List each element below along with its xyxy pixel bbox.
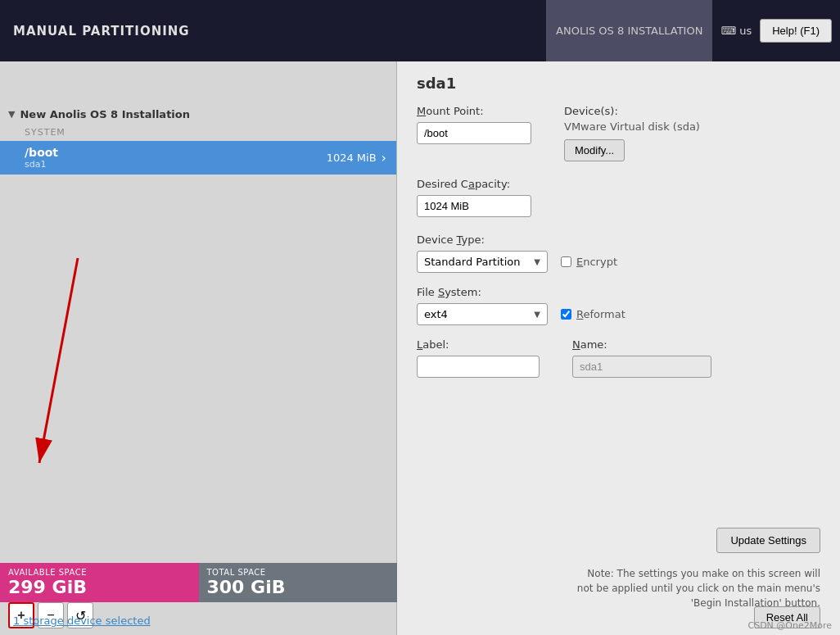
filesystem-label: File System: [417,286,820,298]
page-title: MANUAL PARTITIONING [13,24,190,39]
label-input[interactable] [417,356,540,378]
device-type-row: Standard Partition ▼ Encrypt [417,251,820,273]
reformat-group: Reformat [561,308,625,320]
reformat-checkbox[interactable] [561,309,571,320]
device-type-label: Device Type: [417,234,820,246]
name-group: Name: [572,338,711,378]
modify-button[interactable]: Modify... [564,139,625,161]
label-name-section: Label: Name: [417,338,820,378]
space-info: AVAILABLE SPACE 299 GiB TOTAL SPACE 300 … [0,563,397,602]
total-space-label: TOTAL SPACE [207,568,390,577]
dropdown-arrow-icon: ▼ [534,257,540,266]
total-space-badge: TOTAL SPACE 300 GiB [199,563,398,602]
device-type-dropdown[interactable]: Standard Partition ▼ [417,251,548,273]
watermark: CSDN @One2More [747,620,832,631]
right-panel: sda1 Mount Point: Device(s): VMware Virt… [397,61,840,635]
devices-section: Device(s): VMware Virtual disk (sda) Mod… [564,105,820,161]
update-settings-button[interactable]: Update Settings [716,528,820,553]
label-field-label: Label: [417,338,540,351]
encrypt-group: Encrypt [561,256,617,268]
capacity-label: Desired Capacity: [417,178,820,190]
encrypt-label: Encrypt [576,256,617,268]
filesystem-section: File System: ext4 ▼ Reformat [417,286,820,325]
tree-arrow-icon: ▼ [8,109,15,120]
top-bar-right: ANOLIS OS 8 INSTALLATION ⌨ us Help! (F1) [546,0,840,61]
devices-value: VMware Virtual disk (sda) [564,120,820,133]
main-content: ▼ New Anolis OS 8 Installation SYSTEM /b… [0,61,840,635]
system-label: SYSTEM [0,124,396,141]
help-button[interactable]: Help! (F1) [760,19,832,43]
mount-point-group: Mount Point: [417,105,531,161]
mount-point-field-label: Mount Point: [417,105,531,117]
available-space-label: AVAILABLE SPACE [8,568,191,577]
encrypt-checkbox[interactable] [561,256,571,267]
left-panel: ▼ New Anolis OS 8 Installation SYSTEM /b… [0,61,397,635]
mount-point-input[interactable] [417,122,531,144]
partition-item[interactable]: /boot sda1 1024 MiB › [0,141,396,175]
chevron-right-icon: › [382,150,386,166]
storage-device-link[interactable]: 1 storage device selected [13,615,151,627]
top-bar: MANUAL PARTITIONING ANOLIS OS 8 INSTALLA… [0,0,840,61]
keyboard-indicator: ⌨ us [720,25,752,37]
partition-tree: ▼ New Anolis OS 8 Installation SYSTEM /b… [0,98,396,595]
tree-header[interactable]: ▼ New Anolis OS 8 Installation [0,105,396,124]
name-input[interactable] [572,356,711,378]
device-type-section: Device Type: Standard Partition ▼ Encryp… [417,234,820,273]
filesystem-dropdown-arrow-icon: ▼ [534,310,540,319]
name-field-label: Name: [572,338,711,351]
size-info: 1024 MiB › [327,150,386,166]
mount-point-label: /boot [25,146,327,159]
device-name: sda1 [25,159,327,170]
filesystem-row: ext4 ▼ Reformat [417,303,820,325]
reformat-label: Reformat [576,308,625,320]
total-space-value: 300 GiB [207,577,390,597]
note-text: Note: The settings you make on this scre… [575,566,820,610]
capacity-group: Desired Capacity: [417,178,820,217]
anolis-title: ANOLIS OS 8 INSTALLATION [546,0,712,61]
keyboard-icon: ⌨ [720,25,736,37]
devices-label: Device(s): [564,105,820,117]
filesystem-dropdown[interactable]: ext4 ▼ [417,303,548,325]
available-space-value: 299 GiB [8,577,191,597]
available-space-badge: AVAILABLE SPACE 299 GiB [0,563,199,602]
partition-size: 1024 MiB [327,152,377,164]
capacity-input[interactable] [417,195,531,217]
partition-title: sda1 [417,75,820,92]
top-form-section: Mount Point: Device(s): VMware Virtual d… [417,105,820,161]
label-group: Label: [417,338,540,378]
